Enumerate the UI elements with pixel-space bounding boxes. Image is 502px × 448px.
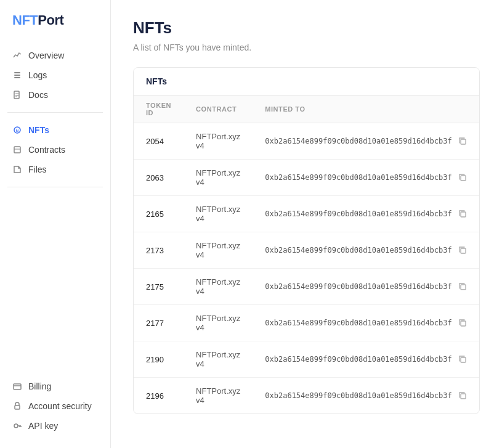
svg-rect-19 <box>461 176 466 181</box>
table-header-row: TOKEN ID CONTRACT MINTED TO METADATA URI <box>134 96 480 123</box>
copy-address-button[interactable] <box>456 317 469 328</box>
address-text: 0xb2a6154e899f09c0bd08d10a01e859d16d4bcb… <box>265 173 451 182</box>
svg-rect-11 <box>14 384 21 389</box>
nav-section-mid: N NFTs Contracts Files <box>0 118 110 182</box>
cell-token-id: 2165 <box>134 196 184 232</box>
copy-address-button[interactable] <box>456 390 469 401</box>
cell-contract: NFTPort.xyz v4 <box>184 232 253 269</box>
cell-minted-to: 0xb2a6154e899f09c0bd08d10a01e859d16d4bcb… <box>253 232 480 269</box>
copy-address-button[interactable] <box>456 245 469 256</box>
cell-contract: NFTPort.xyz v4 <box>184 160 253 196</box>
table-row: 2165 NFTPort.xyz v4 0xb2a6154e899f09c0bd… <box>134 196 480 232</box>
sidebar-item-api-key[interactable]: API key <box>0 416 110 436</box>
address-text: 0xb2a6154e899f09c0bd08d10a01e859d16d4bcb… <box>265 137 451 145</box>
address-text: 0xb2a6154e899f09c0bd08d10a01e859d16d4bcb… <box>265 319 451 327</box>
sidebar-item-account-security[interactable]: Account security <box>0 396 110 416</box>
sidebar-item-overview-label: Overview <box>28 51 64 60</box>
sidebar-item-docs[interactable]: Docs <box>0 85 110 105</box>
nav-divider-2 <box>7 187 103 187</box>
list-icon <box>12 70 22 80</box>
svg-rect-9 <box>14 147 20 153</box>
sidebar-item-nfts[interactable]: N NFTs <box>0 120 110 140</box>
page-title: NFTs <box>133 18 480 38</box>
table-row: 2177 NFTPort.xyz v4 0xb2a6154e899f09c0bd… <box>134 305 480 341</box>
table-row: 2175 NFTPort.xyz v4 0xb2a6154e899f09c0bd… <box>134 269 480 305</box>
logo: NFTPort <box>12 12 98 28</box>
table-row: 2190 NFTPort.xyz v4 0xb2a6154e899f09c0bd… <box>134 341 480 378</box>
sidebar-item-api-key-label: API key <box>28 421 58 431</box>
nft-icon: N <box>12 125 22 135</box>
cell-minted-to: 0xb2a6154e899f09c0bd08d10a01e859d16d4bcb… <box>253 160 480 196</box>
table-row: 2173 NFTPort.xyz v4 0xb2a6154e899f09c0bd… <box>134 232 480 269</box>
table-row: 2196 NFTPort.xyz v4 0xb2a6154e899f09c0bd… <box>134 378 480 414</box>
billing-icon <box>12 381 22 391</box>
sidebar-item-account-security-label: Account security <box>28 401 92 411</box>
cell-token-id: 2190 <box>134 341 184 378</box>
sidebar: NFTPort Overview Logs Docs N <box>0 0 111 448</box>
nav-section-bottom: Billing Account security API key <box>0 374 110 448</box>
sidebar-item-billing[interactable]: Billing <box>0 377 110 396</box>
cell-minted-to: 0xb2a6154e899f09c0bd08d10a01e859d16d4bcb… <box>253 341 480 378</box>
nfts-table: TOKEN ID CONTRACT MINTED TO METADATA URI… <box>134 96 480 413</box>
chart-icon <box>12 51 22 60</box>
cell-contract: NFTPort.xyz v4 <box>184 305 253 341</box>
cell-contract: NFTPort.xyz v4 <box>184 378 253 414</box>
svg-rect-1 <box>14 75 20 76</box>
svg-rect-24 <box>461 357 466 362</box>
cell-minted-to: 0xb2a6154e899f09c0bd08d10a01e859d16d4bcb… <box>253 269 480 305</box>
svg-rect-20 <box>461 212 466 217</box>
cell-token-id: 2177 <box>134 305 184 341</box>
cell-token-id: 2175 <box>134 269 184 305</box>
table-card-header: NFTs <box>134 68 479 96</box>
svg-rect-22 <box>461 285 466 290</box>
nfts-table-card: NFTs TOKEN ID CONTRACT MINTED TO METADAT… <box>133 67 480 414</box>
cell-token-id: 2173 <box>134 232 184 269</box>
cell-contract: NFTPort.xyz v4 <box>184 123 253 160</box>
address-text: 0xb2a6154e899f09c0bd08d10a01e859d16d4bcb… <box>265 355 451 364</box>
cell-minted-to: 0xb2a6154e899f09c0bd08d10a01e859d16d4bcb… <box>253 123 480 160</box>
sidebar-item-overview[interactable]: Overview <box>0 46 110 65</box>
nav-divider-1 <box>7 112 103 113</box>
svg-rect-0 <box>14 72 20 73</box>
svg-rect-13 <box>15 405 20 409</box>
svg-rect-25 <box>461 394 466 399</box>
svg-rect-23 <box>461 321 466 326</box>
col-minted-to: MINTED TO <box>253 96 480 123</box>
copy-address-button[interactable] <box>456 136 469 147</box>
sidebar-item-docs-label: Docs <box>28 90 48 100</box>
main-content: NFTs A list of NFTs you have minted. NFT… <box>111 0 502 448</box>
sidebar-item-logs-label: Logs <box>28 70 47 80</box>
col-token-id: TOKEN ID <box>134 96 184 123</box>
doc-icon <box>12 90 22 100</box>
address-text: 0xb2a6154e899f09c0bd08d10a01e859d16d4bcb… <box>265 210 451 218</box>
sidebar-item-files[interactable]: Files <box>0 160 110 179</box>
nav-section-top: Overview Logs Docs <box>0 43 110 107</box>
cell-minted-to: 0xb2a6154e899f09c0bd08d10a01e859d16d4bcb… <box>253 196 480 232</box>
copy-address-button[interactable] <box>456 354 469 365</box>
address-text: 0xb2a6154e899f09c0bd08d10a01e859d16d4bcb… <box>265 391 451 400</box>
svg-point-14 <box>14 424 18 428</box>
copy-address-button[interactable] <box>456 208 469 219</box>
copy-address-button[interactable] <box>456 172 469 183</box>
sidebar-item-contracts[interactable]: Contracts <box>0 140 110 160</box>
address-text: 0xb2a6154e899f09c0bd08d10a01e859d16d4bcb… <box>265 246 451 255</box>
sidebar-item-contracts-label: Contracts <box>28 145 65 155</box>
lock-icon <box>12 401 22 411</box>
page-subtitle: A list of NFTs you have minted. <box>133 43 480 52</box>
table-row: 2054 NFTPort.xyz v4 0xb2a6154e899f09c0bd… <box>134 123 480 160</box>
cell-token-id: 2054 <box>134 123 184 160</box>
copy-address-button[interactable] <box>456 281 469 292</box>
cell-token-id: 2063 <box>134 160 184 196</box>
address-text: 0xb2a6154e899f09c0bd08d10a01e859d16d4bcb… <box>265 282 451 291</box>
cell-minted-to: 0xb2a6154e899f09c0bd08d10a01e859d16d4bcb… <box>253 305 480 341</box>
svg-rect-21 <box>461 248 466 253</box>
cell-token-id: 2196 <box>134 378 184 414</box>
sidebar-item-logs[interactable]: Logs <box>0 65 110 85</box>
col-contract: CONTRACT <box>184 96 253 123</box>
cell-contract: NFTPort.xyz v4 <box>184 341 253 378</box>
cell-contract: NFTPort.xyz v4 <box>184 196 253 232</box>
sidebar-item-nfts-label: NFTs <box>28 125 49 135</box>
svg-rect-18 <box>461 139 466 144</box>
files-icon <box>12 165 22 174</box>
logo-nft: NFT <box>12 12 38 28</box>
